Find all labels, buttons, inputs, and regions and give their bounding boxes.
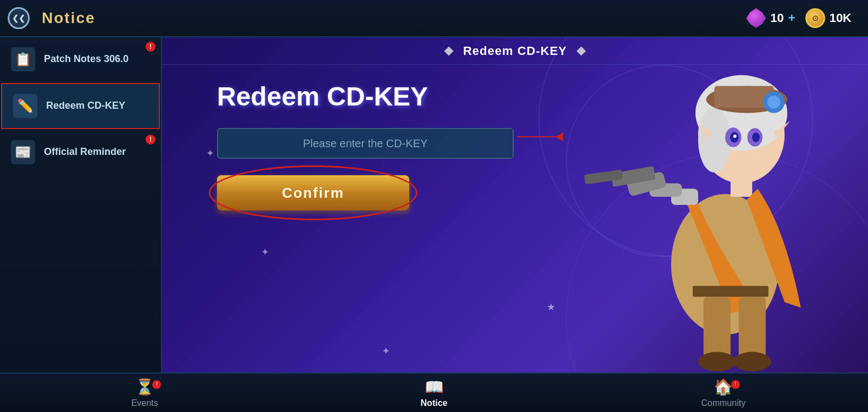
svg-point-25 — [733, 352, 771, 371]
sidebar-item-redeem-cdkey[interactable]: ✏️ Redeem CD-KEY — [1, 83, 160, 129]
sparkle-1: ✦ — [206, 147, 214, 159]
svg-rect-21 — [693, 286, 769, 297]
gem-value: 10 — [770, 11, 783, 25]
content-tab-title: Redeem CD-KEY — [463, 44, 567, 58]
top-bar: Notice 10 + ⊙ 10K — [0, 0, 868, 37]
svg-point-8 — [733, 135, 737, 138]
official-reminder-badge: ! — [146, 135, 155, 144]
bottom-bar: ! ⏳ Events 📖 Notice ! 🏠 Community — [0, 372, 868, 412]
redeem-icon: ✏️ — [13, 94, 37, 118]
coin-value: 10K — [830, 11, 852, 25]
back-arrow-icon — [8, 7, 30, 29]
events-label: Events — [131, 398, 158, 408]
main-content: ✦ ✦ ✦ ★ Redeem CD-KEY Redeem CD-KEY Conf… — [162, 37, 868, 372]
gem-currency: 10 + — [746, 8, 795, 28]
tab-diamond-left — [444, 46, 453, 55]
arrow-annotation — [517, 132, 563, 141]
arrow-head-icon — [555, 132, 563, 141]
sidebar: 📋 Patch Notes 306.0 ! ✏️ Redeem CD-KEY 📰… — [0, 37, 162, 372]
redeem-section: Redeem CD-KEY Confirm — [217, 81, 593, 210]
page-title: Notice — [42, 9, 96, 27]
svg-point-24 — [698, 352, 736, 371]
sidebar-item-patch-notes[interactable]: 📋 Patch Notes 306.0 ! — [0, 37, 161, 82]
official-reminder-icon: 📰 — [11, 140, 35, 164]
sidebar-item-label: Patch Notes 306.0 — [44, 53, 129, 65]
arrow-line — [517, 136, 555, 137]
gem-add-button[interactable]: + — [788, 11, 795, 25]
confirm-wrapper: Confirm — [217, 175, 409, 210]
coin-currency: ⊙ 10K — [805, 8, 852, 28]
character-svg — [582, 37, 868, 372]
svg-rect-13 — [731, 175, 752, 197]
events-icon: ⏳ — [135, 378, 154, 396]
notice-icon: 📖 — [425, 378, 444, 396]
sidebar-item-label: Official Reminder — [44, 146, 126, 158]
events-badge: ! — [152, 380, 161, 389]
community-badge: ! — [731, 380, 740, 389]
community-label: Community — [701, 398, 745, 408]
sidebar-item-label: Redeem CD-KEY — [46, 99, 125, 112]
cdkey-input-wrapper — [217, 128, 514, 159]
notice-label: Notice — [421, 398, 448, 408]
sparkle-3: ✦ — [382, 345, 390, 357]
redeem-main-title: Redeem CD-KEY — [217, 81, 428, 112]
coin-icon: ⊙ — [805, 8, 825, 28]
patch-notes-icon: 📋 — [11, 47, 35, 71]
community-icon: 🏠 — [714, 378, 733, 396]
sparkle-2: ✦ — [261, 246, 269, 258]
currency-bar: 10 + ⊙ 10K — [746, 8, 868, 28]
confirm-button[interactable]: Confirm — [217, 175, 409, 210]
character-illustration — [582, 37, 868, 372]
back-button[interactable] — [0, 0, 37, 37]
bottom-tab-community[interactable]: ! 🏠 Community — [578, 378, 868, 408]
sidebar-item-official-reminder[interactable]: 📰 Official Reminder ! — [0, 130, 161, 175]
gem-icon — [746, 8, 766, 28]
bottom-tab-events[interactable]: ! ⏳ Events — [0, 378, 290, 408]
patch-notes-badge: ! — [146, 42, 155, 52]
svg-point-10 — [752, 132, 760, 142]
cdkey-input[interactable] — [217, 128, 514, 159]
bottom-tab-notice[interactable]: 📖 Notice — [290, 378, 579, 408]
sparkle-4: ★ — [547, 301, 555, 313]
svg-point-20 — [767, 96, 781, 109]
